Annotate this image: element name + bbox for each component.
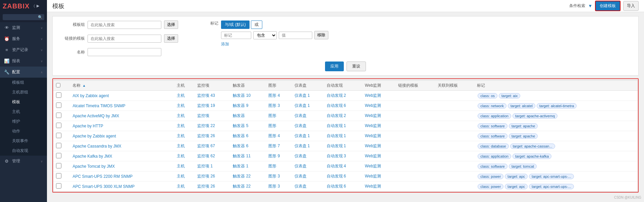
discovery-link[interactable]: 自动发现 4 — [327, 164, 346, 168]
discovery-link[interactable]: 自动发现 6 — [327, 174, 346, 178]
template-name-link[interactable]: Apache Kafka by JMX — [72, 154, 112, 159]
apply-button[interactable]: 应用 — [325, 62, 344, 71]
row-checkbox[interactable] — [56, 123, 61, 128]
triggers-link[interactable]: 触发器 1 — [233, 164, 248, 168]
dashboards-link[interactable]: 仪表盘 1 — [294, 133, 310, 138]
import-button[interactable]: 导入 — [623, 1, 639, 11]
sidebar-item-reports[interactable]: 📊 报表 ∨ — [0, 55, 47, 67]
discovery-link[interactable]: 自动发现 6 — [327, 103, 346, 108]
dashboards-link[interactable]: 仪表盘 — [294, 174, 307, 178]
sidebar-item-config[interactable]: 🔧 配置 ∧ — [0, 67, 47, 78]
tag-add-button[interactable]: 添加 — [221, 41, 328, 47]
triggers-link[interactable]: 触发器 9 — [233, 103, 248, 108]
host-link[interactable]: 主机 — [177, 103, 185, 108]
tag-chip[interactable]: class: software — [478, 133, 507, 139]
row-checkbox[interactable] — [56, 183, 61, 189]
monitor-items-link[interactable]: 监控项 26 — [197, 184, 215, 189]
host-link[interactable]: 主机 — [177, 174, 185, 178]
tag-chip[interactable]: target: apc-smart-ups-... — [529, 184, 574, 189]
template-name-link[interactable]: Apache Cassandra by JMX — [72, 144, 121, 149]
host-link[interactable]: 主机 — [177, 144, 185, 148]
triggers-link[interactable]: 触发器 5 — [233, 123, 248, 128]
tag-chip[interactable]: target: aix — [499, 93, 520, 98]
row-checkbox[interactable] — [56, 133, 61, 138]
graphs-link[interactable]: 图形 3 — [268, 174, 280, 178]
dashboards-link[interactable]: 仪表盘 1 — [294, 144, 310, 148]
graphs-link[interactable]: 图形 4 — [268, 93, 280, 98]
template-name-link[interactable]: Apache by HTTP — [72, 124, 103, 128]
sidebar-item-action[interactable]: 动作 — [0, 126, 47, 136]
web-monitor-link[interactable]: Web监测 — [365, 123, 381, 128]
host-link[interactable]: 主机 — [177, 154, 185, 158]
reset-button[interactable]: 重设 — [346, 62, 366, 71]
tag-chip[interactable]: class: software — [478, 164, 507, 169]
tag-chip[interactable]: class: power — [478, 184, 503, 189]
host-link[interactable]: 主机 — [177, 164, 185, 168]
tag-chip[interactable]: target: apache-activemq — [513, 113, 557, 119]
tag-value-input[interactable] — [279, 32, 312, 39]
discovery-link[interactable]: 自动发现 2 — [327, 113, 346, 118]
graphs-link[interactable]: 图形 — [268, 113, 276, 118]
sidebar-item-maintenance[interactable]: 维护 — [0, 117, 47, 126]
sidebar-item-monitor[interactable]: 👁 监测 ∨ — [0, 22, 47, 33]
tag-chip[interactable]: class: application — [478, 113, 511, 119]
filter-template-group-input[interactable] — [88, 21, 161, 29]
discovery-link[interactable]: 自动发现 2 — [327, 93, 346, 98]
dashboards-link[interactable]: 仪表盘 1 — [294, 93, 310, 98]
dashboards-link[interactable]: 仪表盘 1 — [294, 103, 310, 108]
template-name-link[interactable]: Apache by Zabbix agent — [72, 134, 116, 138]
tag-chip[interactable]: target: apc-smart-ups-... — [529, 174, 574, 179]
discovery-link[interactable]: 自动发现 1 — [327, 123, 346, 128]
discovery-link[interactable]: 自动发现 6 — [327, 184, 346, 189]
host-link[interactable]: 主机 — [177, 133, 185, 138]
dashboards-link[interactable]: 仪表盘 — [294, 113, 307, 118]
triggers-link[interactable]: 触发器 — [233, 113, 245, 118]
row-checkbox[interactable] — [56, 103, 61, 108]
tag-chip[interactable]: target: alcatel-timetra — [537, 103, 577, 109]
expand-icon[interactable]: ▶ — [37, 4, 39, 9]
template-name-link[interactable]: Apache ActiveMQ by JMX — [72, 114, 119, 118]
web-monitor-link[interactable]: Web监测 — [365, 144, 381, 148]
tag-chip[interactable]: class: software — [478, 123, 507, 129]
discovery-link[interactable]: 自动发现 1 — [327, 133, 346, 138]
sidebar-item-host[interactable]: 主机 — [0, 107, 47, 117]
graphs-link[interactable]: 图形 — [268, 164, 276, 168]
discovery-link[interactable]: 自动发现 1 — [327, 144, 346, 148]
row-checkbox[interactable] — [56, 163, 61, 168]
triggers-link[interactable]: 触发器 22 — [233, 174, 251, 178]
select-all-checkbox[interactable] — [56, 83, 60, 87]
tag-chip[interactable]: class: os — [478, 93, 497, 98]
web-monitor-link[interactable]: Web监测 — [365, 184, 381, 189]
col-header-name[interactable]: 名称 ▲ — [70, 81, 174, 91]
row-checkbox[interactable] — [56, 143, 61, 148]
tag-condition-select[interactable]: 包含 不包含 等于 不等于 — [253, 31, 277, 39]
tag-chip[interactable]: target: tomcat — [509, 164, 537, 169]
web-monitor-link[interactable]: Web监测 — [365, 113, 381, 118]
tag-chip[interactable]: target: alcatel — [508, 103, 535, 109]
sidebar-item-template-group[interactable]: 模板组 — [0, 78, 47, 87]
graphs-link[interactable]: 图形 — [268, 123, 276, 128]
row-checkbox[interactable] — [56, 173, 61, 178]
dashboards-link[interactable]: 仪表盘 — [294, 164, 307, 168]
tag-chip[interactable]: class: power — [478, 174, 503, 179]
dashboards-link[interactable]: 仪表盘 — [294, 184, 307, 189]
web-monitor-link[interactable]: Web监测 — [365, 164, 381, 168]
web-monitor-link[interactable]: Web监测 — [365, 103, 381, 108]
tag-or-button[interactable]: 或 — [251, 21, 262, 29]
template-name-link[interactable]: Apache Tomcat by JMX — [72, 164, 115, 169]
filter-linked-template-input[interactable] — [88, 35, 161, 43]
triggers-link[interactable]: 触发器 10 — [233, 93, 251, 98]
monitor-items-link[interactable]: 监控项 19 — [197, 103, 215, 108]
row-checkbox[interactable] — [56, 153, 61, 158]
graphs-link[interactable]: 图形 3 — [268, 184, 280, 189]
tag-chip[interactable]: target: apc — [505, 184, 528, 189]
host-link[interactable]: 主机 — [177, 123, 185, 128]
dashboards-link[interactable]: 仪表盘 — [294, 123, 307, 128]
graphs-link[interactable]: 图形 9 — [268, 154, 280, 158]
filter-template-group-select-button[interactable]: 选择 — [164, 21, 178, 29]
web-monitor-link[interactable]: Web监测 — [365, 133, 381, 138]
row-checkbox[interactable] — [56, 113, 61, 118]
row-checkbox[interactable] — [56, 92, 61, 98]
triggers-link[interactable]: 触发器 22 — [233, 184, 251, 189]
graphs-link[interactable]: 图形 3 — [268, 103, 280, 108]
